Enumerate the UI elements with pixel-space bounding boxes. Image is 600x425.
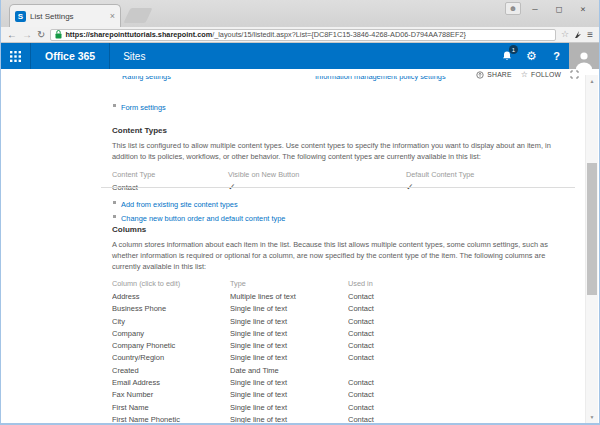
column-type-cell: Date and Time xyxy=(230,364,348,376)
bookmark-star-icon[interactable]: ☆ xyxy=(561,30,569,39)
column-name-link[interactable]: Fax Number xyxy=(112,389,230,401)
browser-tab-strip: S List Settings × ☻ – □ × xyxy=(1,0,599,27)
column-row: Fax NumberSingle line of textContact xyxy=(112,389,570,401)
column-used-in-cell: Contact xyxy=(348,303,570,315)
browser-tab[interactable]: S List Settings × xyxy=(9,4,121,27)
extension-icon[interactable] xyxy=(574,30,582,39)
column-type-cell: Single line of text xyxy=(230,315,348,327)
column-type-cell: Single line of text xyxy=(230,401,348,413)
url-text: https://sharepointtutorials.sharepoint.c… xyxy=(65,30,466,39)
column-type-cell: Single line of text xyxy=(230,413,348,423)
tab-close-icon[interactable]: × xyxy=(110,12,115,21)
info-mgmt-policy-settings-link[interactable]: Information management policy settings xyxy=(315,76,446,81)
address-bar[interactable]: https://sharepointtutorials.sharepoint.c… xyxy=(50,29,556,41)
form-settings-item: Form settings xyxy=(113,96,166,114)
person-silhouette-icon xyxy=(574,49,594,69)
column-used-in-cell: Contact xyxy=(348,389,570,401)
column-used-in-cell: Contact xyxy=(348,352,570,364)
list-bullet-icon xyxy=(113,201,116,204)
browser-menu-icon[interactable]: ≡ xyxy=(587,30,593,40)
maximize-button[interactable]: □ xyxy=(549,2,569,15)
column-header: Visible on New Button xyxy=(228,168,406,181)
app-launcher-icon[interactable] xyxy=(1,43,31,69)
url-domain: https://sharepointtutorials.sharepoint.c… xyxy=(65,30,212,39)
column-row: CitySingle line of textContact xyxy=(112,315,570,327)
column-name-link[interactable]: First Name Phonetic xyxy=(112,413,230,423)
https-lock-icon xyxy=(55,30,62,39)
rating-settings-link[interactable]: Rating settings xyxy=(122,76,171,81)
column-used-in-cell: Contact xyxy=(348,340,570,352)
window-controls: ☻ – □ × xyxy=(505,2,593,15)
tab-title: List Settings xyxy=(30,12,106,21)
column-type-cell: Single line of text xyxy=(230,376,348,388)
column-used-in-cell: Contact xyxy=(348,413,570,423)
forward-icon[interactable]: → xyxy=(22,30,32,40)
list-bullet-icon xyxy=(113,104,116,107)
minimize-button[interactable]: – xyxy=(525,2,545,15)
notification-badge: 1 xyxy=(509,45,518,54)
scroll-up-icon[interactable]: ▲ xyxy=(586,78,598,84)
column-row: Company PhoneticSingle line of textConta… xyxy=(112,340,570,352)
help-button[interactable]: ? xyxy=(544,43,569,69)
column-row: Country/RegionSingle line of textContact xyxy=(112,352,570,364)
change-new-button-item: Change new button order and default cont… xyxy=(113,207,285,225)
column-header: Type xyxy=(230,277,348,290)
column-name-link[interactable]: Business Phone xyxy=(112,303,230,315)
column-type-cell: Single line of text xyxy=(230,389,348,401)
column-used-in-cell: Contact xyxy=(348,376,570,388)
content-types-table: Content Type Visible on New Button Defau… xyxy=(112,168,570,193)
form-settings-link[interactable]: Form settings xyxy=(121,103,166,112)
column-used-in-cell: Contact xyxy=(348,327,570,339)
back-icon[interactable]: ← xyxy=(7,30,17,40)
columns-header-row: Column (click to edit) Type Used in xyxy=(112,277,570,290)
column-name-link[interactable]: Country/Region xyxy=(112,352,230,364)
office365-brand-link[interactable]: Office 365 xyxy=(31,43,110,69)
list-bullet-icon xyxy=(113,215,116,218)
office365-suite-bar: Office 365 Sites 1 ⚙ ? xyxy=(1,43,599,69)
help-icon: ? xyxy=(553,50,560,62)
reload-icon[interactable]: ↻ xyxy=(37,30,45,40)
columns-heading: Columns xyxy=(112,225,570,234)
column-type-cell: Single line of text xyxy=(230,303,348,315)
column-type-cell: Single line of text xyxy=(230,352,348,364)
suite-bar-actions: 1 ⚙ ? xyxy=(494,43,599,69)
content-types-header-row: Content Type Visible on New Button Defau… xyxy=(112,168,570,181)
notifications-button[interactable]: 1 xyxy=(494,43,519,69)
sharepoint-favicon-icon: S xyxy=(15,11,26,22)
scrollbar-thumb[interactable] xyxy=(587,163,597,295)
clipped-settings-links: Rating settings Information management p… xyxy=(2,76,585,84)
column-header: Default Content Type xyxy=(406,168,570,181)
column-row: CreatedDate and Time xyxy=(112,364,570,376)
column-name-link[interactable]: Company xyxy=(112,327,230,339)
column-name-link[interactable]: First Name xyxy=(112,401,230,413)
column-row: CompanySingle line of textContact xyxy=(112,327,570,339)
browser-toolbar: ← → ↻ https://sharepointtutorials.sharep… xyxy=(1,27,599,43)
column-name-link[interactable]: Created xyxy=(112,364,230,376)
column-header: Column (click to edit) xyxy=(112,277,230,290)
browser-profile-icon[interactable]: ☻ xyxy=(505,2,521,15)
column-row: Email AddressSingle line of textContact xyxy=(112,376,570,388)
sites-link[interactable]: Sites xyxy=(110,43,158,69)
close-button[interactable]: × xyxy=(573,2,593,15)
vertical-scrollbar[interactable]: ▲ ▼ xyxy=(585,75,598,423)
scroll-down-icon[interactable]: ▼ xyxy=(586,414,598,420)
columns-tbody: AddressMultiple lines of textContactBusi… xyxy=(112,290,570,423)
columns-section: Columns A column stores information abou… xyxy=(112,225,570,423)
column-row: First NameSingle line of textContact xyxy=(112,401,570,413)
settings-gear-button[interactable]: ⚙ xyxy=(519,43,544,69)
column-name-link[interactable]: Email Address xyxy=(112,376,230,388)
column-used-in-cell xyxy=(348,364,570,376)
column-name-link[interactable]: Company Phonetic xyxy=(112,340,230,352)
column-name-link[interactable]: Address xyxy=(112,290,230,302)
column-name-link[interactable]: City xyxy=(112,315,230,327)
column-used-in-cell: Contact xyxy=(348,401,570,413)
content-types-heading: Content Types xyxy=(112,126,570,135)
url-path: /_layouts/15/listedit.aspx?List={DC8F1C1… xyxy=(212,30,466,39)
content-types-description: This list is configured to allow multipl… xyxy=(112,140,570,162)
user-avatar[interactable] xyxy=(569,43,599,69)
new-tab-button[interactable] xyxy=(124,8,153,23)
gear-icon: ⚙ xyxy=(526,49,537,63)
column-type-cell: Multiple lines of text xyxy=(230,290,348,302)
change-new-button-order-link[interactable]: Change new button order and default cont… xyxy=(121,214,285,223)
content-types-section: Content Types This list is configured to… xyxy=(112,126,570,194)
